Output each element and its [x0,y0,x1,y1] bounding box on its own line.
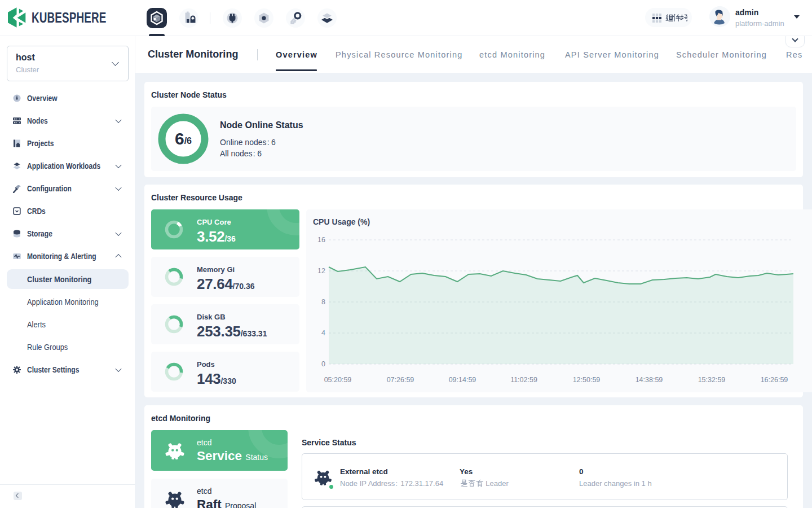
svg-text:11:02:59: 11:02:59 [510,376,537,384]
svg-text:15:32:59: 15:32:59 [698,376,726,384]
svg-text:09:14:59: 09:14:59 [449,376,476,384]
svg-text:16:26:59: 16:26:59 [761,376,788,384]
svg-text:12: 12 [317,267,325,275]
svg-text:0: 0 [321,360,325,368]
svg-text:4: 4 [321,329,325,337]
svg-text:05:20:59: 05:20:59 [324,376,352,384]
svg-text:8: 8 [321,298,325,306]
svg-text:14:38:59: 14:38:59 [636,376,663,384]
svg-text:12:50:59: 12:50:59 [573,376,601,384]
svg-text:16: 16 [317,236,325,244]
svg-text:07:26:59: 07:26:59 [387,376,414,384]
